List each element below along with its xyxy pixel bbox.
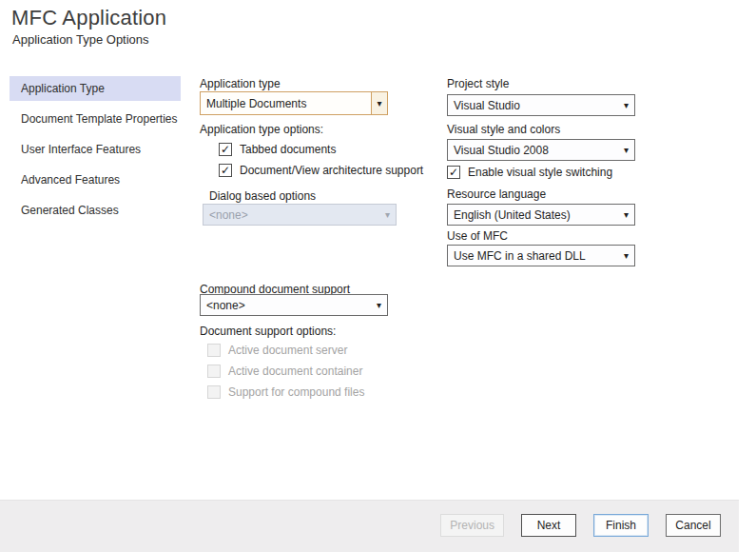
page-subtitle: Application Type Options [12,32,149,47]
dialog-based-options-value: <none> [204,205,379,225]
application-type-dropdown[interactable]: Multiple Documents ▾ [200,91,388,115]
checkbox-checked-icon[interactable]: ✓ [219,164,232,177]
project-style-label: Project style [447,77,509,90]
sidebar-item-advanced-features[interactable]: Advanced Features [10,168,181,192]
chevron-down-icon[interactable]: ▾ [618,205,634,225]
footer-bar: Previous Next Finish Cancel [0,500,739,552]
checkbox-checked-icon[interactable]: ✓ [447,166,460,179]
use-of-mfc-value: Use MFC in a shared DLL [448,246,618,266]
chevron-down-icon[interactable]: ▾ [618,246,634,266]
visual-style-label: Visual style and colors [447,123,560,136]
footer-button-row: Previous Next Finish Cancel [440,514,721,537]
use-of-mfc-dropdown[interactable]: Use MFC in a shared DLL ▾ [447,245,635,266]
checkbox-checked-icon[interactable]: ✓ [219,143,232,156]
mfc-wizard-dialog: MFC Application Application Type Options… [0,0,756,552]
resource-language-label: Resource language [447,187,546,201]
cancel-button[interactable]: Cancel [666,514,721,537]
visual-style-value: Visual Studio 2008 [448,140,618,160]
compound-document-support-value: <none> [201,295,371,315]
chevron-down-icon[interactable]: ▾ [618,140,634,160]
active-document-server-checkbox: Active document server [207,343,347,358]
application-type-value: Multiple Documents [201,92,371,114]
document-view-architecture-label: Document/View architecture support [240,164,423,177]
resource-language-value: English (United States) [448,205,618,225]
finish-button[interactable]: Finish [593,514,649,537]
checkbox-unchecked-icon [207,385,221,399]
application-type-options-label: Application type options: [200,123,323,136]
next-button[interactable]: Next [521,514,576,537]
checkbox-unchecked-icon [207,365,221,378]
checkbox-unchecked-icon [207,344,221,357]
tabbed-documents-label: Tabbed documents [240,143,336,156]
dialog-based-options-dropdown: <none> ▾ [203,204,397,226]
document-view-architecture-checkbox[interactable]: ✓ Document/View architecture support [219,163,423,178]
page-title: MFC Application [11,6,166,30]
active-document-container-checkbox: Active document container [207,364,362,379]
application-type-label: Application type [200,77,281,90]
sidebar-item-application-type[interactable]: Application Type [10,76,181,101]
project-style-value: Visual Studio [448,95,618,115]
project-style-dropdown[interactable]: Visual Studio ▾ [447,94,635,116]
support-compound-files-label: Support for compound files [228,385,364,399]
chevron-down-icon[interactable]: ▾ [618,95,634,115]
sidebar-item-generated-classes[interactable]: Generated Classes [10,198,181,223]
dialog-based-options-label: Dialog based options [209,189,316,203]
support-compound-files-checkbox: Support for compound files [207,384,364,400]
document-support-options-label: Document support options: [200,325,336,338]
sidebar-item-user-interface-features[interactable]: User Interface Features [10,137,181,162]
chevron-down-icon[interactable]: ▾ [371,92,387,114]
enable-visual-style-switching-label: Enable visual style switching [468,166,612,179]
compound-document-support-dropdown[interactable]: <none> ▾ [200,294,388,316]
visual-style-dropdown[interactable]: Visual Studio 2008 ▾ [447,139,635,161]
active-document-server-label: Active document server [228,344,347,357]
use-of-mfc-label: Use of MFC [447,229,508,243]
enable-visual-style-switching-checkbox[interactable]: ✓ Enable visual style switching [447,165,612,180]
chevron-down-icon[interactable]: ▾ [371,295,387,315]
tabbed-documents-checkbox[interactable]: ✓ Tabbed documents [219,142,336,157]
sidebar-item-document-template-properties[interactable]: Document Template Properties [10,107,181,131]
previous-button: Previous [440,514,504,537]
active-document-container-label: Active document container [228,365,362,378]
chevron-down-icon: ▾ [379,205,396,225]
resource-language-dropdown[interactable]: English (United States) ▾ [447,204,635,226]
wizard-steps-sidebar: Application Type Document Template Prope… [10,76,181,228]
